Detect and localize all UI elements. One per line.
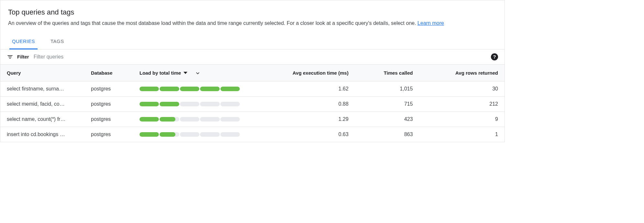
load-bar: [139, 87, 240, 91]
load-bar-segment: [139, 102, 159, 106]
avg-rows-cell: 9: [419, 112, 505, 127]
database-cell: postgres: [84, 112, 133, 127]
avg-rows-cell: 212: [419, 96, 505, 112]
query-cell[interactable]: select firstname, surna…: [0, 81, 84, 96]
load-bar-segment: [139, 117, 159, 122]
col-query[interactable]: Query: [0, 65, 84, 81]
filter-icon: [7, 54, 13, 60]
load-bar: [139, 117, 240, 122]
load-bar-segment: [180, 117, 199, 122]
avg-exec-cell: 0.88: [250, 96, 355, 112]
load-bar-segment: [180, 132, 199, 137]
load-bar-segment: [200, 117, 219, 122]
dropdown-caret-icon: [183, 72, 187, 74]
tab-bar: Queries Tags: [0, 34, 505, 49]
col-times-called[interactable]: Times called: [355, 65, 419, 81]
load-bar-segment: [180, 102, 199, 106]
load-bar-segment: [160, 117, 179, 122]
times-called-cell: 863: [355, 127, 419, 142]
col-database[interactable]: Database: [84, 65, 133, 81]
load-bar-segment: [160, 102, 179, 106]
load-bar: [139, 102, 240, 106]
table-row[interactable]: select name, count(*) fr…postgres1.29423…: [0, 112, 505, 127]
load-bar-segment: [160, 132, 179, 137]
query-cell[interactable]: select name, count(*) fr…: [0, 112, 84, 127]
load-bar-segment: [220, 117, 240, 122]
load-bar-segment: [200, 102, 219, 106]
times-called-cell: 715: [355, 96, 419, 112]
filter-input[interactable]: [33, 54, 487, 60]
table-header-row: Query Database Load by total time Avg ex…: [0, 65, 505, 81]
load-bar-segment: [220, 132, 240, 137]
load-bar-segment: [139, 132, 159, 137]
section-header: Top queries and tags An overview of the …: [0, 0, 505, 27]
section-title: Top queries and tags: [8, 8, 497, 16]
load-cell: [133, 96, 250, 112]
description-text: An overview of the queries and tags that…: [8, 20, 417, 26]
load-bar-segment: [139, 87, 159, 91]
table-row[interactable]: insert into cd.bookings …postgres0.63863…: [0, 127, 505, 142]
times-called-cell: 1,015: [355, 81, 419, 96]
col-load-label: Load by total time: [139, 70, 181, 76]
filter-bar: Filter ?: [0, 49, 505, 65]
sort-desc-icon: [194, 69, 201, 77]
load-bar: [139, 132, 240, 137]
section-description: An overview of the queries and tags that…: [8, 19, 497, 27]
load-bar-segment: [220, 102, 240, 106]
load-cell: [133, 81, 250, 96]
avg-exec-cell: 0.63: [250, 127, 355, 142]
load-bar-segment: [220, 87, 240, 91]
learn-more-link[interactable]: Learn more: [417, 20, 444, 26]
database-cell: postgres: [84, 96, 133, 112]
tab-queries[interactable]: Queries: [9, 34, 38, 49]
help-icon[interactable]: ?: [491, 53, 498, 60]
tab-tags[interactable]: Tags: [48, 34, 67, 49]
avg-rows-cell: 30: [419, 81, 505, 96]
load-cell: [133, 112, 250, 127]
load-bar-segment: [200, 132, 219, 137]
panel: Top queries and tags An overview of the …: [0, 0, 505, 142]
avg-rows-cell: 1: [419, 127, 505, 142]
query-cell[interactable]: insert into cd.bookings …: [0, 127, 84, 142]
table-row[interactable]: select memid, facid, co…postgres0.887152…: [0, 96, 505, 112]
col-load[interactable]: Load by total time: [133, 65, 250, 81]
table-row[interactable]: select firstname, surna…postgres1.621,01…: [0, 81, 505, 96]
avg-exec-cell: 1.29: [250, 112, 355, 127]
load-bar-segment: [160, 87, 179, 91]
avg-exec-cell: 1.62: [250, 81, 355, 96]
database-cell: postgres: [84, 81, 133, 96]
query-cell[interactable]: select memid, facid, co…: [0, 96, 84, 112]
load-bar-segment: [200, 87, 219, 91]
col-avg-exec[interactable]: Avg execution time (ms): [250, 65, 355, 81]
table-body: select firstname, surna…postgres1.621,01…: [0, 81, 505, 142]
filter-label: Filter: [17, 54, 29, 59]
times-called-cell: 423: [355, 112, 419, 127]
col-avg-rows[interactable]: Avg rows returned: [419, 65, 505, 81]
load-bar-segment: [180, 87, 199, 91]
database-cell: postgres: [84, 127, 133, 142]
queries-table: Query Database Load by total time Avg ex…: [0, 65, 505, 142]
load-cell: [133, 127, 250, 142]
